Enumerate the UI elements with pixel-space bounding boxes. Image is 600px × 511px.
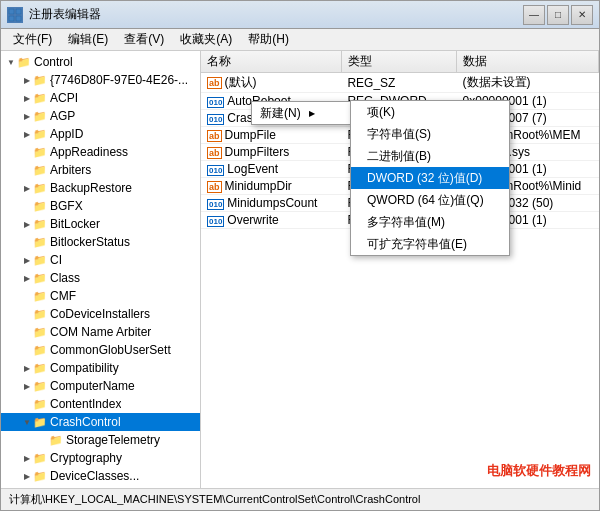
tree-label-bitlockerstatus: BitlockerStatus	[50, 235, 130, 249]
expand-icon-hash: ▶	[21, 74, 33, 86]
tree-item-storagetelemetry[interactable]: 📁 StorageTelemetry	[1, 431, 200, 449]
main-content: ▼ 📁 Control ▶ 📁 {7746D80F-97E0-4E26-... …	[1, 51, 599, 488]
tree-item-backuprestore[interactable]: ▶ 📁 BackupRestore	[1, 179, 200, 197]
menu-edit[interactable]: 编辑(E)	[60, 29, 116, 50]
tree-item-acpi[interactable]: ▶ 📁 ACPI	[1, 89, 200, 107]
cell-name: ab(默认)	[201, 73, 341, 93]
tree-label-appreadiness: AppReadiness	[50, 145, 128, 159]
tree-item-appid[interactable]: ▶ 📁 AppID	[1, 125, 200, 143]
folder-icon-deviceclasses: 📁	[33, 470, 47, 482]
tree-label-crashcontrol: CrashControl	[50, 415, 121, 429]
maximize-button[interactable]: □	[547, 5, 569, 25]
title-bar: 注册表编辑器 — □ ✕	[1, 1, 599, 29]
cell-name: abDumpFile	[201, 127, 341, 144]
folder-icon-appreadiness: 📁	[33, 146, 47, 158]
status-bar: 计算机\HKEY_LOCAL_MACHINE\SYSTEM\CurrentCon…	[1, 488, 599, 510]
tree-item-cryptography[interactable]: ▶ 📁 Cryptography	[1, 449, 200, 467]
folder-icon-compatibility: 📁	[33, 362, 47, 374]
folder-icon-storagetelemetry: 📁	[49, 434, 63, 446]
tree-item-comnamearbiter[interactable]: 📁 COM Name Arbiter	[1, 323, 200, 341]
close-button[interactable]: ✕	[571, 5, 593, 25]
tree-label-compatibility: Compatibility	[50, 361, 119, 375]
expand-icon-commonglobus	[21, 344, 33, 356]
tree-item-computername[interactable]: ▶ 📁 ComputerName	[1, 377, 200, 395]
expand-icon-ci: ▶	[21, 254, 33, 266]
window-title: 注册表编辑器	[29, 6, 523, 23]
tree-item-appreadiness[interactable]: 📁 AppReadiness	[1, 143, 200, 161]
cell-name: abMinidumpDir	[201, 178, 341, 195]
tree-label-bitlocker: BitLocker	[50, 217, 100, 231]
folder-icon-control: 📁	[17, 56, 31, 68]
expand-icon-compatibility: ▶	[21, 362, 33, 374]
folder-icon-cryptography: 📁	[33, 452, 47, 464]
tree-item-commonglobuserset[interactable]: 📁 CommonGlobUserSett	[1, 341, 200, 359]
tree-item-codeviceinstallers[interactable]: 📁 CoDeviceInstallers	[1, 305, 200, 323]
expand-icon-backuprestore: ▶	[21, 182, 33, 194]
expand-icon-crashcontrol: ▼	[21, 416, 33, 428]
tree-item-control[interactable]: ▼ 📁 Control	[1, 53, 200, 71]
tree-item-cmf[interactable]: 📁 CMF	[1, 287, 200, 305]
minimize-button[interactable]: —	[523, 5, 545, 25]
tree-item-bitlocker[interactable]: ▶ 📁 BitLocker	[1, 215, 200, 233]
expand-icon-deviceclasses: ▶	[21, 470, 33, 482]
menu-help[interactable]: 帮助(H)	[240, 29, 297, 50]
svg-rect-3	[16, 16, 21, 21]
tree-label-appid: AppID	[50, 127, 83, 141]
svg-rect-1	[16, 9, 21, 14]
tree-item-deviceclasses[interactable]: ▶ 📁 DeviceClasses...	[1, 467, 200, 485]
registry-values-panel: 名称 类型 数据 ab(默认) REG_SZ (数据未设置) 010AutoRe…	[201, 51, 599, 488]
cell-name: 010Overwrite	[201, 212, 341, 229]
submenu-item[interactable]: 二进制值(B)	[351, 145, 509, 167]
submenu-item[interactable]: DWORD (32 位)值(D)	[351, 167, 509, 189]
folder-icon-commonglobus: 📁	[33, 344, 47, 356]
table-row[interactable]: ab(默认) REG_SZ (数据未设置)	[201, 73, 599, 93]
submenu-item[interactable]: QWORD (64 位)值(Q)	[351, 189, 509, 211]
folder-icon-backuprestore: 📁	[33, 182, 47, 194]
tree-label-commonglobus: CommonGlobUserSett	[50, 343, 171, 357]
col-header-data[interactable]: 数据	[457, 51, 599, 73]
submenu-item[interactable]: 字符串值(S)	[351, 123, 509, 145]
tree-label-deviceclasses: DeviceClasses...	[50, 469, 139, 483]
expand-icon-codevice	[21, 308, 33, 320]
folder-icon-agp: 📁	[33, 110, 47, 122]
col-header-type[interactable]: 类型	[341, 51, 456, 73]
tree-item-arbiters[interactable]: 📁 Arbiters	[1, 161, 200, 179]
cell-name: abDumpFilters	[201, 144, 341, 161]
expand-icon-bitlockerstatus	[21, 236, 33, 248]
app-icon	[7, 7, 23, 23]
registry-tree: ▼ 📁 Control ▶ 📁 {7746D80F-97E0-4E26-... …	[1, 51, 201, 488]
submenu-item[interactable]: 多字符串值(M)	[351, 211, 509, 233]
expand-icon-control: ▼	[5, 56, 17, 68]
folder-icon-arbiters: 📁	[33, 164, 47, 176]
tree-item-class[interactable]: ▶ 📁 Class	[1, 269, 200, 287]
submenu-item[interactable]: 可扩充字符串值(E)	[351, 233, 509, 255]
tree-label-backuprestore: BackupRestore	[50, 181, 132, 195]
menu-file[interactable]: 文件(F)	[5, 29, 60, 50]
menu-favorites[interactable]: 收藏夹(A)	[172, 29, 240, 50]
tree-item-bgfx[interactable]: 📁 BGFX	[1, 197, 200, 215]
tree-item-hash[interactable]: ▶ 📁 {7746D80F-97E0-4E26-...	[1, 71, 200, 89]
cell-type: REG_SZ	[341, 73, 456, 93]
new-label: 新建(N)	[260, 105, 301, 122]
tree-label-computername: ComputerName	[50, 379, 135, 393]
folder-icon-crashcontrol: 📁	[33, 416, 47, 428]
menu-view[interactable]: 查看(V)	[116, 29, 172, 50]
tree-label-hash: {7746D80F-97E0-4E26-...	[50, 73, 188, 87]
tree-item-agp[interactable]: ▶ 📁 AGP	[1, 107, 200, 125]
tree-item-contentindex[interactable]: 📁 ContentIndex	[1, 395, 200, 413]
expand-icon-bitlocker: ▶	[21, 218, 33, 230]
folder-icon-cmf: 📁	[33, 290, 47, 302]
tree-item-compatibility[interactable]: ▶ 📁 Compatibility	[1, 359, 200, 377]
folder-icon-computername: 📁	[33, 380, 47, 392]
submenu-item[interactable]: 项(K)	[351, 101, 509, 123]
tree-item-bitlockerstatus[interactable]: 📁 BitlockerStatus	[1, 233, 200, 251]
folder-icon-bitlockerstatus: 📁	[33, 236, 47, 248]
tree-item-ci[interactable]: ▶ 📁 CI	[1, 251, 200, 269]
context-menu: 新建(N) 项(K)字符串值(S)二进制值(B)DWORD (32 位)值(D)…	[251, 101, 351, 125]
col-header-name[interactable]: 名称	[201, 51, 341, 73]
expand-icon-class: ▶	[21, 272, 33, 284]
new-submenu-trigger[interactable]: 新建(N) 项(K)字符串值(S)二进制值(B)DWORD (32 位)值(D)…	[252, 102, 350, 124]
cell-data: (数据未设置)	[457, 73, 599, 93]
tree-item-crashcontrol[interactable]: ▼ 📁 CrashControl	[1, 413, 200, 431]
tree-label-acpi: ACPI	[50, 91, 78, 105]
